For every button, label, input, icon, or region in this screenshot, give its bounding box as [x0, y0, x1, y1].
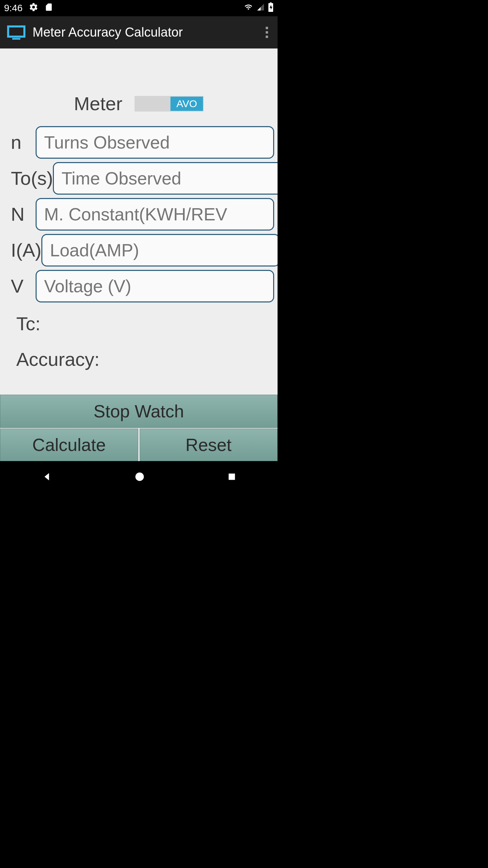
meter-toggle[interactable]: AVO [135, 96, 204, 112]
status-left: 9:46 [4, 2, 53, 14]
svg-rect-1 [12, 38, 20, 40]
field-row-v: V [11, 270, 274, 302]
back-icon[interactable] [41, 471, 52, 484]
meter-constant-input[interactable] [36, 198, 274, 231]
menu-icon[interactable] [266, 27, 268, 38]
svg-point-2 [135, 473, 144, 481]
accuracy-output-row: Accuracy: [0, 348, 278, 370]
recent-icon[interactable] [227, 472, 237, 483]
app-title: Meter Accuracy Calculator [33, 25, 183, 40]
gear-icon [29, 2, 38, 14]
label-v: V [11, 277, 36, 296]
toggle-value: AVO [170, 97, 203, 111]
field-row-n: n [11, 126, 274, 159]
label-n: n [11, 133, 36, 152]
svg-rect-0 [8, 26, 24, 37]
status-right [244, 2, 273, 14]
tc-output-row: Tc: [0, 313, 278, 335]
field-row-to: To(s) [11, 162, 274, 195]
tc-label: Tc: [16, 313, 41, 334]
label-to: To(s) [11, 170, 53, 187]
signal-icon [257, 3, 265, 14]
accuracy-label: Accuracy: [16, 349, 100, 370]
button-area: Stop Watch Calculate Reset [0, 395, 278, 461]
calculate-button[interactable]: Calculate [0, 429, 138, 461]
turns-observed-input[interactable] [36, 126, 274, 159]
time-observed-input[interactable] [53, 162, 278, 195]
voltage-input[interactable] [36, 270, 274, 302]
sd-card-icon [44, 3, 53, 14]
navigation-bar [0, 461, 278, 494]
button-row: Calculate Reset [0, 429, 278, 461]
label-i: I(A) [11, 241, 41, 260]
status-time: 9:46 [4, 3, 23, 14]
wifi-icon [244, 3, 253, 14]
status-bar: 9:46 [0, 0, 278, 16]
field-row-N: N [11, 198, 274, 231]
meter-row: Meter AVO [0, 93, 278, 115]
content-area: Meter AVO n To(s) N I(A) V Tc: Accuracy: [0, 48, 278, 461]
app-bar: Meter Accuracy Calculator [0, 16, 278, 48]
svg-rect-3 [228, 474, 235, 480]
meter-label: Meter [74, 93, 122, 115]
home-icon[interactable] [135, 472, 145, 483]
field-row-i: I(A) [11, 234, 274, 267]
load-amp-input[interactable] [41, 234, 278, 267]
stopwatch-button[interactable]: Stop Watch [0, 395, 278, 428]
tv-icon [7, 24, 26, 41]
fields-container: n To(s) N I(A) V [0, 126, 278, 306]
label-N: N [11, 205, 36, 224]
reset-button[interactable]: Reset [140, 429, 278, 461]
battery-icon [268, 2, 273, 14]
